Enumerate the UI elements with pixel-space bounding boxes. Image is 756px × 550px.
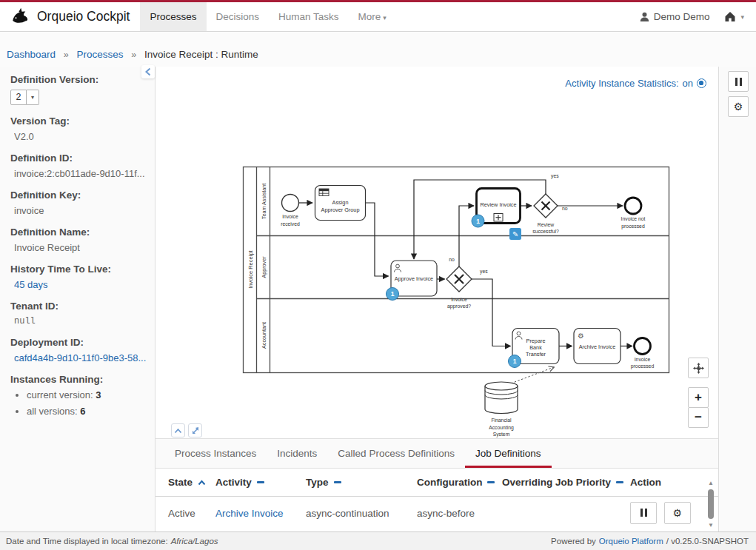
scrollbar-thumb[interactable] bbox=[708, 489, 714, 519]
scroll-down-icon[interactable]: ▼ bbox=[708, 522, 714, 529]
scroll-up-icon[interactable]: ▲ bbox=[708, 480, 714, 486]
cockpit-page: Orqueio Cockpit Processes Decisions Huma… bbox=[0, 0, 756, 550]
minus-icon: − bbox=[695, 410, 702, 425]
lane-label-approver: Approver bbox=[261, 256, 267, 278]
detail-panel: Process Instances Incidents Called Proce… bbox=[155, 438, 718, 531]
definition-name-label: Definition Name: bbox=[10, 227, 147, 238]
bpmn-gateway-invoice-approved[interactable]: Invoice approved? bbox=[446, 266, 472, 309]
lane-label-accountant: Accountant bbox=[261, 322, 267, 349]
platform-link[interactable]: Orqueio Platform bbox=[599, 537, 663, 546]
job-settings-button[interactable]: ⚙ bbox=[664, 502, 691, 524]
bpmn-gateway-review-successful[interactable]: Review successful? bbox=[532, 194, 559, 234]
instance-count-badge: 1 bbox=[509, 355, 521, 368]
breadcrumb-separator: » bbox=[131, 50, 136, 60]
bpmn-task-approve-invoice[interactable]: Approve Invoice 1 bbox=[387, 261, 438, 301]
diagram-zoom-controls: + − bbox=[688, 387, 709, 428]
home-menu[interactable]: ▾ bbox=[724, 11, 744, 22]
bpmn-task-assign-approver-group[interactable]: Assign Approver Group bbox=[315, 186, 366, 221]
move-crosshair-icon bbox=[693, 363, 704, 374]
bpmn-end-event-invoice-not-processed[interactable]: Invoice not processed bbox=[621, 198, 646, 229]
tab-incidents[interactable]: Incidents bbox=[267, 439, 327, 468]
svg-text:Bank: Bank bbox=[529, 344, 542, 351]
nav-tab-decisions[interactable]: Decisions bbox=[207, 2, 270, 31]
user-menu[interactable]: Demo Demo bbox=[640, 11, 710, 22]
sort-none-icon bbox=[616, 481, 623, 484]
zoom-out-button[interactable]: − bbox=[688, 407, 709, 428]
activity-link[interactable]: Archive Invoice bbox=[215, 508, 284, 519]
cell-action: ⚙ bbox=[630, 502, 697, 525]
statistics-value: on bbox=[683, 78, 693, 89]
pause-icon bbox=[735, 78, 742, 86]
bpmn-task-review-invoice[interactable]: Review Invoice 1 bbox=[472, 189, 521, 228]
timezone-info: Date and Time displayed in local timezon… bbox=[6, 537, 218, 546]
table-scrollbar[interactable]: ▲ ▼ bbox=[706, 480, 716, 529]
sort-asc-icon bbox=[198, 480, 206, 486]
definition-id-label: Definition ID: bbox=[10, 152, 147, 164]
nav-tab-processes[interactable]: Processes bbox=[140, 2, 206, 31]
chevron-up-icon bbox=[174, 428, 182, 434]
service-task-gear-icon: ⚙ bbox=[578, 332, 584, 340]
flow-label-no: no bbox=[449, 257, 455, 262]
sort-none-icon bbox=[334, 481, 341, 484]
suspend-definition-button[interactable] bbox=[728, 71, 749, 92]
svg-text:Prepare: Prepare bbox=[526, 338, 546, 344]
bpmn-task-prepare-bank-transfer[interactable]: Prepare Bank Transfer 1 bbox=[509, 329, 560, 368]
person-icon bbox=[640, 12, 649, 21]
sort-none-icon bbox=[487, 481, 495, 484]
breadcrumb-current: Invoice Receipt : Runtime bbox=[144, 49, 258, 60]
bpmn-start-event-invoice-received[interactable]: Invoice received bbox=[281, 195, 300, 227]
tab-called-process-definitions[interactable]: Called Process Definitions bbox=[327, 439, 465, 468]
column-type[interactable]: Type bbox=[306, 477, 417, 488]
pool-label: Invoice Receipt bbox=[247, 249, 254, 288]
bpmn-task-archive-invoice[interactable]: ⚙ Archive Invoice bbox=[574, 329, 620, 364]
orca-logo-icon bbox=[10, 7, 30, 27]
radio-selected-icon[interactable] bbox=[697, 78, 706, 88]
svg-text:1: 1 bbox=[513, 358, 517, 365]
maximize-panel-button[interactable] bbox=[188, 423, 202, 437]
tenant-id-label: Tenant ID: bbox=[10, 301, 147, 312]
svg-text:approved?: approved? bbox=[447, 303, 471, 309]
collapse-panel-button[interactable] bbox=[171, 423, 185, 437]
zoom-in-button[interactable]: + bbox=[688, 387, 709, 408]
bpmn-datastore-financial-accounting-system[interactable]: Financial Accounting System bbox=[485, 382, 518, 437]
nav-tab-more[interactable]: More▾ bbox=[349, 2, 396, 31]
history-ttl-label: History Time To Live: bbox=[10, 264, 147, 275]
flow-label-no: no bbox=[562, 206, 568, 211]
called-process-link-button[interactable]: ✎ bbox=[509, 228, 521, 240]
tab-process-instances[interactable]: Process Instances bbox=[164, 439, 267, 468]
flow-label-yes: yes bbox=[480, 269, 488, 275]
nav-tab-human-tasks[interactable]: Human Tasks bbox=[269, 2, 349, 31]
header-right: Demo Demo ▾ bbox=[640, 11, 744, 22]
diagram-pan-button[interactable] bbox=[688, 358, 709, 378]
breadcrumb-processes[interactable]: Processes bbox=[77, 49, 124, 60]
cell-state: Active bbox=[168, 508, 215, 519]
activity-instance-statistics-toggle[interactable]: Activity Instance Statistics: on bbox=[565, 78, 706, 89]
column-configuration[interactable]: Configuration bbox=[417, 477, 502, 488]
bpmn-end-event-invoice-processed[interactable]: Invoice processed bbox=[631, 338, 655, 370]
tab-job-definitions[interactable]: Job Definitions bbox=[465, 439, 552, 468]
column-overriding-job-priority[interactable]: Overriding Job Priority bbox=[502, 477, 630, 488]
tenant-id-value: null bbox=[14, 316, 147, 326]
version-value: 2 bbox=[10, 90, 27, 105]
svg-text:Accounting: Accounting bbox=[489, 425, 514, 431]
definition-version-select[interactable]: 2 ▾ bbox=[10, 90, 147, 105]
history-ttl-link[interactable]: 45 days bbox=[14, 279, 147, 290]
caret-down-icon[interactable]: ▾ bbox=[27, 90, 39, 105]
breadcrumb-dashboard[interactable]: Dashboard bbox=[7, 49, 56, 60]
sort-none-icon bbox=[257, 481, 264, 484]
suspend-job-button[interactable] bbox=[630, 502, 657, 524]
sidebar-collapse-button[interactable] bbox=[141, 65, 155, 78]
deployment-id-link[interactable]: cafd4a4b-9d10-11f0-9be3-58... bbox=[14, 352, 147, 363]
column-state[interactable]: State bbox=[168, 477, 215, 488]
breadcrumb: Dashboard » Processes » Invoice Receipt … bbox=[7, 49, 258, 60]
instance-count-badge: 1 bbox=[387, 288, 399, 301]
svg-text:Financial: Financial bbox=[491, 417, 512, 423]
diagram-action-buttons: ⚙ bbox=[728, 71, 749, 117]
svg-text:processed: processed bbox=[621, 224, 645, 229]
settings-button[interactable]: ⚙ bbox=[728, 96, 749, 117]
plus-icon: + bbox=[695, 390, 702, 405]
column-activity[interactable]: Activity bbox=[215, 477, 306, 488]
deployment-id-label: Deployment ID: bbox=[10, 337, 147, 348]
platform-version: / v0.25.0-SNAPSHOT bbox=[666, 537, 749, 546]
instance-count-badge: 1 bbox=[472, 215, 484, 227]
